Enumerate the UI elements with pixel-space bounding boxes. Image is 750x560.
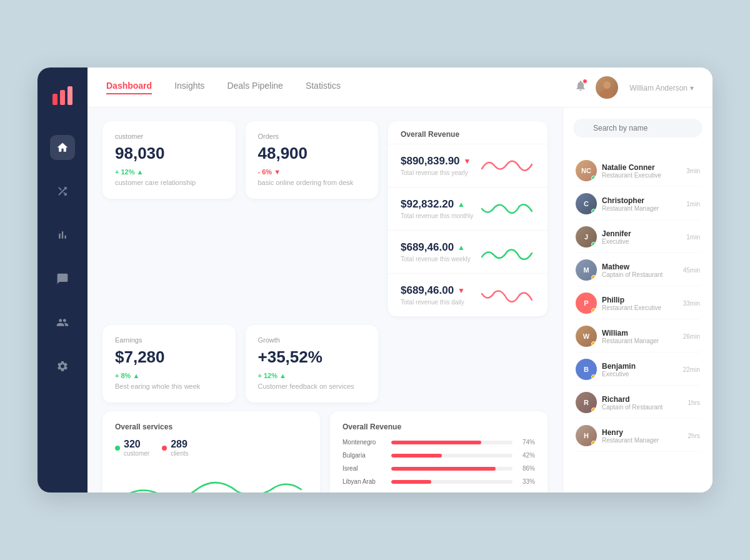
growth-label: Growth [258,336,366,344]
revenue-row-yearly: $890,839.90 ▼ Total revenue this yearly [388,144,548,188]
bar-row-0: Montenegro 74% [342,439,535,446]
contact-name: Richard [602,395,688,404]
contact-item[interactable]: P Phillip Restaurant Executive 33min [573,288,702,319]
contact-avatar: P [576,292,597,314]
contact-time: 45min [683,267,700,274]
revenue-monthly-amount: $92,832.20 [401,198,454,211]
contact-time: 33min [683,300,700,307]
tab-statistics[interactable]: Statistics [306,81,341,94]
legend-customers-value: 320 [124,439,149,450]
customer-card: customer 98,030 + 12% ▲ customer care re… [102,121,236,199]
sidebar-item-home[interactable] [50,135,75,160]
contact-avatar: W [576,326,597,347]
user-name[interactable]: William Anderson▾ [627,82,694,92]
main-content: Dashboard Insights Deals Pipeline Statis… [88,68,712,492]
search-input[interactable] [573,119,702,138]
bar-pct-0: 74% [518,439,535,446]
sidebar-item-settings[interactable] [50,354,75,379]
svg-rect-0 [52,94,58,105]
contact-name: Phillip [602,296,683,304]
contact-item[interactable]: W William Restaurant Manager 26min [573,321,702,352]
contact-avatar: M [576,259,597,281]
contact-item[interactable]: J Jennifer Executive 1min [573,221,702,253]
contact-role: Captain of Restaurant [602,271,683,278]
bar-track-1 [391,454,512,458]
sidebar-item-shuffle[interactable] [50,179,75,204]
contact-info: Mathew Captain of Restaurant [602,262,683,278]
nav-right: William Anderson▾ [574,76,694,99]
bell-icon[interactable] [574,79,587,95]
bar-chart-card: Overall Revenue Montenegro 74% Bulgaria [330,411,548,492]
contact-info: Benjamin Executive [602,362,683,378]
bar-label-2: Isreal [342,465,386,472]
contact-time: 1min [686,201,700,208]
revenue-daily-amount: $689,46.00 [401,284,454,297]
status-dot [591,176,596,181]
growth-desc: Customer feedback on services [258,382,366,391]
main-panel: customer 98,030 + 12% ▲ customer care re… [88,108,562,492]
contact-item[interactable]: C Christopher Restaurant Manager 1min [573,188,702,220]
contact-time: 26min [683,333,700,340]
revenue-card: Overall Revenue $890,839.90 ▼ Total reve… [388,121,548,316]
contact-name: Natalie Conner [602,163,686,172]
sidebar-item-messages[interactable] [50,266,75,291]
customer-value: 98,030 [115,144,223,163]
orders-desc: basic online ordering from desk [258,178,366,188]
revenue-title: Overall Revenue [388,121,548,144]
revenue-yearly-amount: $890,839.90 [401,155,460,168]
contact-item[interactable]: H Henry Restaurant Manager 2hrs [573,420,702,452]
contact-avatar: R [576,392,597,413]
bar-row-3: Libyan Arab 33% [342,478,535,485]
stats-top-row: customer 98,030 + 12% ▲ customer care re… [102,121,548,316]
bar-chart-section: Montenegro 74% Bulgaria [342,439,535,485]
sidebar-nav [50,135,75,475]
status-dot [591,209,596,214]
contact-item[interactable]: M Mathew Captain of Restaurant 45min [573,254,702,286]
contact-name: Mathew [602,262,683,271]
contact-role: Restaurant Manager [602,338,683,344]
earnings-change: + 8% ▲ [115,372,223,379]
contact-item[interactable]: NC Natalie Conner Restaurant Executive 3… [573,155,702,187]
status-dot [591,408,596,412]
stats-bottom-row: Earnings $7,280 + 8% ▲ Best earing whole… [102,325,548,402]
content-area: customer 98,030 + 12% ▲ customer care re… [88,108,712,492]
contact-time: 1min [686,234,700,241]
revenue-yearly-desc: Total revenue this yearly [401,169,479,176]
bar-row-1: Bulgaria 42% [342,452,535,459]
contact-name: Benjamin [602,362,683,371]
status-dot [591,242,596,247]
contact-role: Restaurant Manager [602,205,686,212]
sidebar-item-users[interactable] [50,310,75,335]
avatar [596,76,618,99]
svg-point-4 [600,90,614,98]
status-dot [591,275,596,280]
right-panel: NC Natalie Conner Restaurant Executive 3… [562,108,712,492]
contact-name: Jennifer [602,229,686,238]
bar-chart-title: Overall Revenue [342,422,535,431]
contact-item[interactable]: B Benjamin Executive 22min [573,354,702,386]
contact-item[interactable]: R Richard Captain of Restaurant 1hrs [573,387,702,419]
contact-avatar: C [576,193,597,214]
search-wrapper [573,119,702,146]
bar-track-3 [391,480,512,484]
sidebar-item-analytics[interactable] [50,222,75,248]
bar-fill-0 [391,441,481,444]
tab-dashboard[interactable]: Dashboard [106,81,152,94]
legend-clients-sub: clients [171,450,188,457]
earnings-card: Earnings $7,280 + 8% ▲ Best earing whole… [102,325,236,402]
orders-card: Orders 48,900 - 6% ▼ basic online orderi… [246,121,379,199]
bar-label-3: Libyan Arab [342,478,386,485]
earnings-label: Earnings [115,336,223,344]
contact-avatar: B [576,359,597,380]
contact-info: Henry Restaurant Manager [602,428,688,444]
growth-change: + 12% ▲ [258,372,366,379]
tab-deals[interactable]: Deals Pipeline [227,81,283,94]
contact-name: William [602,329,683,338]
contact-info: Richard Captain of Restaurant [602,395,688,411]
contact-role: Restaurant Executive [602,172,686,179]
bottom-charts: Overall services 320 customer [102,411,548,492]
svg-rect-1 [60,90,65,105]
bar-fill-3 [391,480,431,484]
tab-insights[interactable]: Insights [174,81,204,94]
sidebar [38,68,88,492]
